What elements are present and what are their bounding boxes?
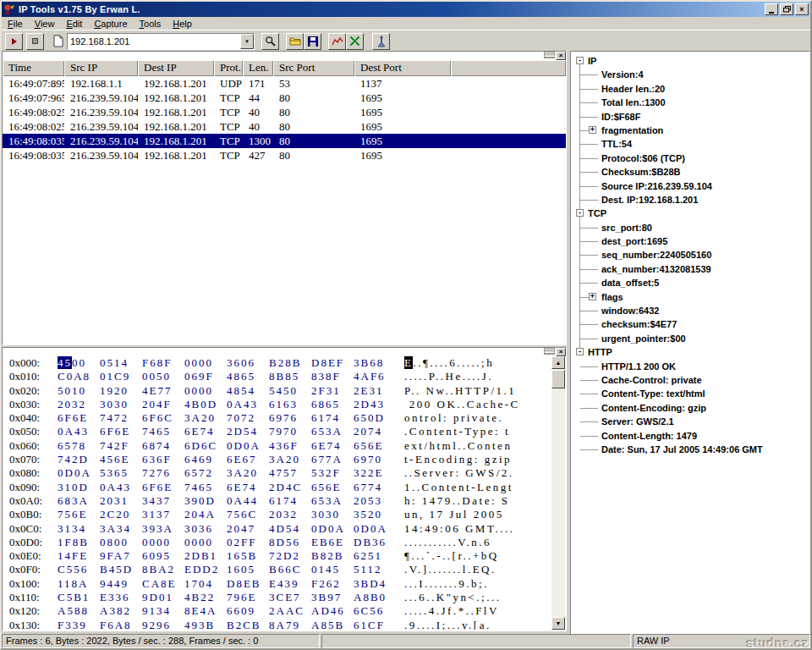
stop-capture-button[interactable] xyxy=(26,33,44,50)
hex-row[interactable]: 0x0E0:14FE9FA760952DB1165B72D2B82B6251¶.… xyxy=(3,549,551,563)
menu-item-edit[interactable]: Edit xyxy=(60,18,88,30)
packet-row[interactable]: 16:49:08:035216.239.59.104192.168.1.201T… xyxy=(3,148,566,162)
hex-row[interactable]: 0x0F0:C556B45D8BA2EDD21605B66C01455112.V… xyxy=(3,563,551,576)
tree-item[interactable]: checksum:$4E77 xyxy=(573,317,808,331)
address-input[interactable] xyxy=(68,35,240,48)
menu-item-view[interactable]: View xyxy=(29,18,61,30)
hex-scrollbar[interactable]: ▲ ▼ xyxy=(551,356,565,630)
tree-node-ip[interactable]: -IP xyxy=(573,54,808,68)
address-combobox[interactable]: ▼ xyxy=(67,33,255,50)
hex-row[interactable]: 0x000:45000514F68F00003606B28BD8EF3B68E.… xyxy=(3,356,551,370)
start-capture-button[interactable] xyxy=(5,33,23,50)
tree-item[interactable]: Version:4 xyxy=(573,68,808,81)
title-bar[interactable]: IP Tools v1.75 By Erwan L. × xyxy=(2,2,810,17)
tree-item[interactable]: HTTP/1.1 200 OK xyxy=(573,360,808,373)
tree-item[interactable]: Protocol:$06 (TCP) xyxy=(573,151,808,165)
packet-row[interactable]: 16:49:08:025216.239.59.104192.168.1.201T… xyxy=(3,119,566,134)
scroll-down-button[interactable]: ▼ xyxy=(551,617,565,630)
column-header-len[interactable]: Len. xyxy=(243,60,273,76)
column-header-destport[interactable]: Dest Port xyxy=(354,60,451,76)
hex-row[interactable]: 0x120:A588A38291348E4A66092AACAD466C56..… xyxy=(3,604,551,618)
hex-row[interactable]: 0x050:0A436F6E74656E742D547970653A2074.C… xyxy=(3,425,551,438)
menu-item-tools[interactable]: Tools xyxy=(134,18,167,30)
collapse-icon[interactable]: - xyxy=(576,209,584,217)
tree-item[interactable]: +flags xyxy=(573,290,808,304)
tree-item[interactable]: Date: Sun, 17 Jul 2005 14:49:06 GMT xyxy=(573,443,808,456)
scrollbar-track[interactable] xyxy=(551,369,565,617)
hex-row[interactable]: 0x0D0:1F8B08000000000002FF8D56EB6EDB36..… xyxy=(3,536,551,549)
hex-row[interactable]: 0x100:118A9449CA8E1704D8EBE439F2623BD4..… xyxy=(3,577,551,591)
packet-row[interactable]: 16:49:07:965216.239.59.104192.168.1.201T… xyxy=(3,91,566,105)
tree-node-tcp[interactable]: -TCP xyxy=(573,207,808,220)
save-button[interactable] xyxy=(304,33,321,50)
collapse-icon[interactable]: - xyxy=(576,348,584,355)
hex-row[interactable]: 0x090:310D0A436F6E74656E742D4C656E67741.… xyxy=(3,481,551,494)
tree-item[interactable]: Checksum:$B28B xyxy=(573,165,808,179)
packet-row[interactable]: 16:49:08:025216.239.59.104192.168.1.201T… xyxy=(3,105,566,119)
column-header-prot[interactable]: Prot. xyxy=(214,60,243,76)
tree-item[interactable]: Header len.:20 xyxy=(573,82,808,96)
flush-button[interactable] xyxy=(346,33,364,50)
menu-item-file[interactable]: File xyxy=(2,18,29,30)
hex-row[interactable]: 0x080:0D0A5365727665723A204757532F322E..… xyxy=(3,466,551,480)
hex-row[interactable]: 0x130:F339F6A89296493BB2CB8A79A85B61CF.9… xyxy=(3,619,551,630)
combo-dropdown-button[interactable]: ▼ xyxy=(240,34,254,49)
hex-row[interactable]: 0x060:6578742F68746D6C0D0A436F6E74656Eex… xyxy=(3,439,551,453)
collapse-icon[interactable]: - xyxy=(576,57,584,64)
expand-icon[interactable]: + xyxy=(589,126,596,134)
tree-item[interactable]: Total len.:1300 xyxy=(573,96,808,109)
hex-group: 653A xyxy=(311,494,354,508)
hex-row[interactable]: 0x0C0:31343A34393A303620474D540D0A0D0A14… xyxy=(3,522,551,536)
hex-group: 6C56 xyxy=(354,604,396,618)
scroll-up-button[interactable]: ▲ xyxy=(551,356,565,369)
column-header-srcport[interactable]: Src Port xyxy=(273,60,354,76)
tree-item[interactable]: dest_port:1695 xyxy=(573,234,808,248)
tree-node-http[interactable]: -HTTP xyxy=(573,345,808,359)
tree-item[interactable]: Source IP:216.239.59.104 xyxy=(573,179,808,193)
packet-panel-close-button[interactable]: × xyxy=(556,52,566,60)
chart-button[interactable] xyxy=(328,33,346,50)
hex-row[interactable]: 0x040:6F6E74726F6C3A20707269766174650Don… xyxy=(3,411,551,425)
tree-item[interactable]: Content-Length: 1479 xyxy=(573,429,808,443)
restore-button[interactable] xyxy=(780,3,793,15)
panel-grip[interactable] xyxy=(544,52,555,58)
panel-grip[interactable] xyxy=(544,348,555,355)
packet-row[interactable]: 16:49:08:035216.239.59.104192.168.1.201T… xyxy=(3,134,566,148)
menu-item-capture[interactable]: Capture xyxy=(88,18,133,30)
search-button[interactable] xyxy=(261,33,279,50)
hex-row[interactable]: 0x110:C5B1E3369D014B22796E3CE73B97A8B0..… xyxy=(3,591,551,604)
close-button[interactable]: × xyxy=(795,3,809,15)
tree-item[interactable]: window:6432 xyxy=(573,304,808,317)
tree-item[interactable]: Content-Type: text/html xyxy=(573,387,808,400)
packet-row[interactable]: 16:49:07:895192.168.1.1192.168.1.201UDP1… xyxy=(3,76,566,91)
tools-button[interactable] xyxy=(372,33,390,50)
tree-item[interactable]: src_port:80 xyxy=(573,221,808,234)
tree-item[interactable]: ack_number:4132081539 xyxy=(573,262,808,276)
hex-row[interactable]: 0x020:501019204E770000485454502F312E31P.… xyxy=(3,384,551,398)
tree-item[interactable]: seq_number:2240505160 xyxy=(573,248,808,262)
new-document-button[interactable] xyxy=(49,33,67,50)
hex-row[interactable]: 0x0B0:756E2C203137204A756C203230303520un… xyxy=(3,508,551,521)
hex-row[interactable]: 0x010:C0A801C90050069F48658B85838F4AF6..… xyxy=(3,370,551,383)
tree-item[interactable]: urgent_pointer:$00 xyxy=(573,332,808,345)
hex-row[interactable]: 0x0A0:683A20313437390D0A446174653A2053h:… xyxy=(3,494,551,508)
tree-item[interactable]: Dest. IP:192.168.1.201 xyxy=(573,193,808,207)
tree-item[interactable]: data_offset:5 xyxy=(573,276,808,289)
tree-item[interactable]: Content-Encoding: gzip xyxy=(573,401,808,415)
menu-item-help[interactable]: Help xyxy=(167,18,198,30)
column-header-srcip[interactable]: Src IP xyxy=(64,60,138,76)
tree-item[interactable]: TTL:54 xyxy=(573,137,808,151)
open-folder-button[interactable] xyxy=(286,33,304,50)
hex-row[interactable]: 0x030:20323030204F4B0D0A43616368652D43 2… xyxy=(3,398,551,411)
tree-item[interactable]: +fragmentation xyxy=(573,124,808,137)
column-header-destip[interactable]: Dest IP xyxy=(138,60,214,76)
column-header-time[interactable]: Time xyxy=(3,60,64,76)
minimize-button[interactable] xyxy=(765,3,778,15)
expand-icon[interactable]: + xyxy=(589,293,596,300)
tree-item[interactable]: Cache-Control: private xyxy=(573,373,808,387)
tree-item[interactable]: ID:$F68F xyxy=(573,110,808,124)
tree-item[interactable]: Server: GWS/2.1 xyxy=(573,415,808,428)
hex-row[interactable]: 0x070:742D456E636F64696E673A20677A6970t-… xyxy=(3,453,551,466)
scrollbar-thumb[interactable] xyxy=(551,370,565,388)
hex-panel-close-button[interactable]: × xyxy=(556,348,566,356)
